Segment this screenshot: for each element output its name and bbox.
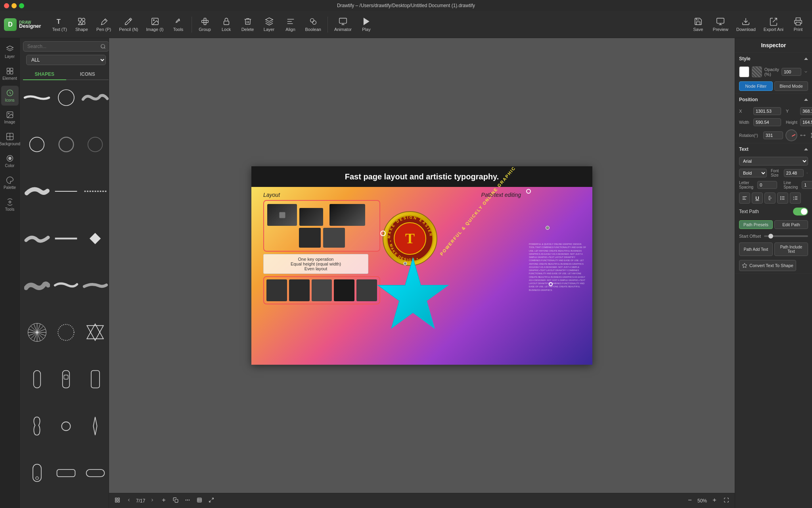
shape-item[interactable] <box>23 461 51 485</box>
shape-item[interactable] <box>53 273 79 297</box>
font-weight-select[interactable]: Bold <box>739 169 767 177</box>
sidebar-item-layer[interactable]: Layer <box>1 42 19 62</box>
fill-color-swatch[interactable] <box>739 66 749 77</box>
layer-tool[interactable]: Layer <box>259 15 279 33</box>
prev-page-button[interactable] <box>125 496 133 505</box>
control-handle-top[interactable] <box>526 189 531 194</box>
shape-item[interactable] <box>81 461 109 485</box>
shape-item[interactable] <box>53 367 79 391</box>
export-ani-tool[interactable]: Export Ani <box>760 15 787 33</box>
sidebar-item-color[interactable]: Color <box>1 151 19 171</box>
image-tool[interactable]: Image (I) <box>143 15 167 33</box>
shape-item[interactable] <box>53 227 79 250</box>
line-spacing-input[interactable] <box>802 181 812 189</box>
letter-spacing-input[interactable] <box>757 181 777 189</box>
shape-item[interactable] <box>81 273 109 297</box>
control-handle-left[interactable] <box>380 231 386 236</box>
shape-item[interactable] <box>53 86 79 110</box>
pattern-swatch[interactable] <box>752 66 762 77</box>
shape-item[interactable] <box>53 461 79 485</box>
pencil-tool[interactable]: Pencil (N) <box>116 15 141 33</box>
edit-path-button[interactable]: Edit Path <box>774 220 808 229</box>
shape-item[interactable] <box>81 320 109 344</box>
boolean-tool[interactable]: Boolean <box>302 15 324 33</box>
control-handle-bottom[interactable] <box>549 282 553 286</box>
shape-item[interactable] <box>81 414 109 438</box>
x-input[interactable] <box>753 107 781 115</box>
frame-button[interactable] <box>195 496 204 506</box>
shape-item[interactable] <box>23 367 51 391</box>
canvas-wrapper[interactable]: Fast page layout and artistic typography… <box>109 38 735 493</box>
print-tool[interactable]: Print <box>788 15 808 33</box>
position-section-header[interactable]: Position <box>735 94 812 106</box>
flip-v-icon[interactable] <box>808 132 812 139</box>
sidebar-item-palette[interactable]: Palette <box>1 173 19 193</box>
style-section-header[interactable]: Style <box>735 53 812 65</box>
opacity-input[interactable] <box>781 68 801 76</box>
width-input[interactable] <box>753 118 781 126</box>
shape-item[interactable] <box>53 133 79 156</box>
text-section-header[interactable]: Text <box>735 143 812 155</box>
more-button[interactable] <box>183 496 192 506</box>
close-button[interactable] <box>4 3 9 8</box>
shape-item[interactable] <box>53 320 79 344</box>
animator-tool[interactable]: Animator <box>331 15 355 33</box>
path-presets-button[interactable]: Path Presets <box>739 220 773 229</box>
offset-slider[interactable] <box>764 235 808 237</box>
shape-tool[interactable]: Shape <box>72 15 92 33</box>
shape-item[interactable] <box>23 179 51 203</box>
strikethrough-button[interactable] <box>764 192 776 204</box>
shape-item[interactable] <box>23 273 51 297</box>
duplicate-page-button[interactable] <box>171 496 180 506</box>
text-path-toggle[interactable] <box>793 208 808 216</box>
sidebar-item-element[interactable]: Element <box>1 64 19 84</box>
height-input[interactable] <box>800 118 812 126</box>
shape-item[interactable] <box>23 414 51 438</box>
y-input[interactable] <box>800 107 812 115</box>
shape-item[interactable] <box>53 414 79 438</box>
font-size-input[interactable] <box>784 169 804 177</box>
shape-item[interactable] <box>81 86 109 110</box>
canvas[interactable]: Fast page layout and artistic typography… <box>251 166 592 365</box>
text-tool[interactable]: T Text (T) <box>49 15 70 33</box>
grid-view-button[interactable] <box>113 496 122 506</box>
align-left-button[interactable] <box>739 192 750 204</box>
shape-item[interactable] <box>23 86 51 110</box>
shape-item[interactable] <box>53 179 79 203</box>
shape-item[interactable] <box>81 227 109 250</box>
expand-button[interactable] <box>207 496 216 506</box>
rotation-dial[interactable] <box>785 129 797 141</box>
flip-h-icon[interactable] <box>800 132 806 139</box>
tab-icons[interactable]: ICONS <box>66 69 109 79</box>
search-input[interactable] <box>23 41 109 52</box>
list-button[interactable] <box>777 192 788 204</box>
zoom-out-button[interactable] <box>686 496 694 506</box>
sidebar-item-tools[interactable]: Tools <box>1 195 19 215</box>
path-include-text-button[interactable]: Path Include Text <box>774 242 808 256</box>
fit-button[interactable] <box>722 496 731 506</box>
shape-item[interactable] <box>23 133 51 156</box>
play-tool[interactable]: Play <box>356 15 376 33</box>
maximize-button[interactable] <box>19 3 24 8</box>
rotation-input[interactable] <box>763 131 783 139</box>
category-select[interactable]: ALL <box>26 55 106 65</box>
opacity-chevron[interactable] <box>804 69 808 74</box>
pen-tool[interactable]: Pen (P) <box>93 15 114 33</box>
underline-button[interactable]: U <box>752 192 763 204</box>
font-size-chevron[interactable] <box>806 171 808 175</box>
numbered-list-button[interactable] <box>790 192 801 204</box>
path-add-text-button[interactable]: Path Add Text <box>739 242 773 256</box>
group-tool[interactable]: Group <box>195 15 215 33</box>
shape-item[interactable] <box>23 227 51 250</box>
node-filter-button[interactable]: Node Filter <box>739 81 773 91</box>
shape-item[interactable] <box>81 179 109 203</box>
sidebar-item-icons[interactable]: Icons <box>1 86 19 106</box>
sidebar-item-background[interactable]: Background <box>1 129 19 149</box>
control-handle-mid[interactable] <box>546 226 550 230</box>
add-page-button[interactable] <box>159 496 168 506</box>
zoom-in-button[interactable] <box>710 496 719 506</box>
delete-tool[interactable]: Delete <box>238 15 258 33</box>
shape-item[interactable] <box>23 320 51 344</box>
preview-tool[interactable]: Preview <box>710 15 732 33</box>
shape-item[interactable] <box>81 133 109 156</box>
